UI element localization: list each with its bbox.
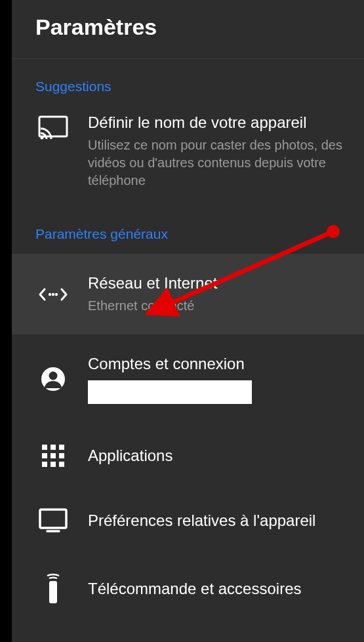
item-apps[interactable]: Applications [12, 424, 364, 488]
remote-icon [35, 573, 71, 605]
svg-rect-10 [42, 453, 47, 458]
svg-point-3 [52, 292, 54, 295]
item-accounts-title: Comptes et connexion [88, 354, 348, 374]
svg-rect-14 [51, 462, 56, 467]
svg-point-4 [55, 292, 58, 295]
item-network-subtitle: Ethernet connecté [88, 297, 348, 315]
item-network[interactable]: Réseau et Internet Ethernet connecté [12, 254, 364, 334]
ethernet-icon [35, 285, 71, 304]
svg-rect-16 [40, 510, 66, 528]
apps-icon [35, 443, 71, 468]
item-device-prefs[interactable]: Préférences relatives à l'appareil [12, 488, 364, 553]
accounts-redacted [88, 380, 252, 404]
tv-icon [35, 508, 71, 534]
section-general-label: Paramètres généraux [12, 207, 364, 254]
suggestion-subtitle: Utilisez ce nom pour caster des photos, … [88, 136, 348, 190]
svg-point-6 [49, 372, 58, 380]
svg-rect-13 [42, 462, 47, 467]
svg-rect-18 [49, 581, 57, 603]
item-device-title: Préférences relatives à l'appareil [88, 511, 348, 531]
svg-point-2 [49, 292, 51, 295]
svg-rect-15 [59, 462, 64, 467]
item-remote[interactable]: Télécommande et accessoires [12, 553, 364, 624]
svg-rect-12 [59, 453, 64, 458]
account-icon [35, 366, 71, 392]
svg-point-1 [41, 136, 44, 140]
page-title: Paramètres [35, 14, 340, 40]
settings-panel: Paramètres Suggestions Définir le nom de… [12, 0, 364, 642]
suggestion-title: Définir le nom de votre appareil [88, 113, 348, 132]
svg-rect-7 [42, 445, 47, 450]
item-remote-title: Télécommande et accessoires [88, 579, 348, 599]
section-suggestions-label: Suggestions [12, 59, 364, 106]
svg-rect-8 [51, 445, 56, 450]
cast-icon [35, 113, 71, 140]
item-network-title: Réseau et Internet [88, 273, 348, 293]
suggestion-define-name[interactable]: Définir le nom de votre appareil Utilise… [12, 106, 364, 207]
header: Paramètres [12, 0, 364, 59]
item-accounts[interactable]: Comptes et connexion [12, 334, 364, 424]
svg-rect-9 [59, 445, 64, 450]
item-apps-title: Applications [88, 446, 348, 466]
svg-rect-11 [51, 453, 56, 458]
